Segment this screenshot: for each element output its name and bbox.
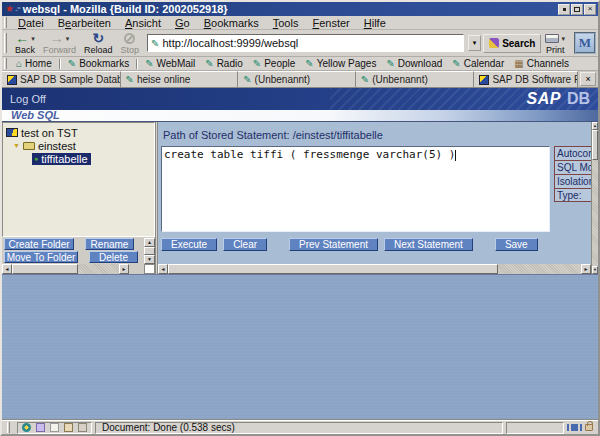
- menu-ansicht[interactable]: Ansicht: [118, 17, 168, 29]
- tree-folder-node[interactable]: ▼ einstest: [6, 139, 154, 152]
- bookmark-label: People: [264, 58, 295, 69]
- scroll-left-icon[interactable]: ◄: [2, 264, 12, 274]
- back-dropdown-icon[interactable]: ▾: [31, 35, 35, 43]
- page-vertical-scrollbar[interactable]: ▲ ▼: [591, 122, 598, 274]
- scrollbar-track[interactable]: [168, 264, 581, 274]
- create-folder-button[interactable]: Create Folder: [4, 238, 74, 250]
- tab-heise-online[interactable]: ✎heise online: [121, 71, 239, 87]
- tree-horizontal-scrollbar[interactable]: ◄ ►: [2, 264, 155, 274]
- scrollbar-thumb[interactable]: [592, 130, 598, 160]
- tab-sapdb-software-packages[interactable]: SAP DB Software Packages: [474, 71, 578, 87]
- bookmark-home[interactable]: ⌂Home: [11, 58, 57, 69]
- scroll-right-icon[interactable]: ►: [581, 264, 591, 274]
- bookmark-label: Radio: [217, 58, 243, 69]
- menu-fenster[interactable]: Fenster: [305, 17, 356, 29]
- menu-tools[interactable]: Tools: [266, 17, 306, 29]
- menu-label: B: [204, 17, 211, 29]
- url-input[interactable]: http://localhost:9999/websql: [162, 37, 463, 49]
- tab-unbenannt-2[interactable]: ✎(Unbenannt): [356, 71, 475, 87]
- back-button[interactable]: ←▾ Back: [11, 31, 39, 56]
- scrollbar-track[interactable]: [12, 264, 119, 274]
- menu-datei[interactable]: Datei: [11, 17, 51, 29]
- close-tab-button[interactable]: ×: [580, 72, 596, 86]
- url-dropdown-button[interactable]: ▾: [468, 35, 481, 51]
- close-button[interactable]: ×: [584, 4, 596, 15]
- scroll-right-icon[interactable]: ►: [119, 264, 129, 274]
- tree-actions: Create Folder Rename Move To Folder Dele…: [2, 237, 155, 264]
- bookmark-yellow-pages[interactable]: ✎Yellow Pages: [300, 58, 381, 69]
- bookmark-radio[interactable]: ✎Radio: [200, 58, 248, 69]
- log-off-link[interactable]: Log Off: [10, 93, 46, 105]
- toolbar-grip[interactable]: [4, 17, 7, 27]
- address-book-icon[interactable]: [64, 423, 73, 432]
- title-bar[interactable]: ★ ‑⁼ websql - Mozilla {Build ID: 2002052…: [2, 2, 598, 16]
- folder-icon: [23, 142, 35, 150]
- mail-icon[interactable]: [36, 423, 45, 432]
- bookmarks-icon: ✎: [68, 59, 76, 69]
- mozilla-throbber-icon[interactable]: M: [574, 32, 596, 54]
- maximize-button[interactable]: [571, 4, 583, 15]
- print-button[interactable]: ▾ Print: [541, 31, 569, 56]
- menu-bookmarks[interactable]: Bookmarks: [197, 17, 266, 29]
- toolbar-grip[interactable]: [4, 33, 7, 54]
- tab-label: heise online: [137, 74, 190, 85]
- sapdb-logo: SAP DB: [526, 90, 590, 108]
- url-bar[interactable]: ✎ http://localhost:9999/websql: [147, 34, 464, 52]
- scroll-down-icon[interactable]: ▼: [144, 255, 155, 264]
- execute-button[interactable]: Execute: [161, 238, 217, 251]
- scrollbar-thumb[interactable]: [12, 264, 78, 274]
- tree-root-node[interactable]: test on TST: [6, 126, 154, 139]
- autocommit-option[interactable]: Autocomm: [554, 146, 591, 160]
- save-button[interactable]: Save: [495, 238, 538, 251]
- security-lock-icon[interactable]: [585, 424, 593, 431]
- clear-button[interactable]: Clear: [223, 238, 267, 251]
- scrollbar-track[interactable]: [592, 130, 598, 266]
- menu-label: ilfe: [372, 17, 386, 29]
- statusbar-grip[interactable]: [7, 422, 10, 432]
- prev-statement-button[interactable]: Prev Statement: [289, 238, 378, 251]
- selected-tree-item[interactable]: ● tiffitabelle: [32, 153, 91, 165]
- tree-leaf-node[interactable]: ● tiffitabelle: [6, 152, 154, 165]
- toolbar-grip[interactable]: [4, 58, 7, 68]
- scroll-up-icon[interactable]: ▲: [144, 238, 155, 247]
- tab-unbenannt-1[interactable]: ✎(Unbenannt): [238, 71, 356, 87]
- menu-bearbeiten[interactable]: Bearbeiten: [51, 17, 118, 29]
- sql-statement-textarea[interactable]: create table tiffi ( fressmenge varchar(…: [161, 146, 550, 232]
- window-menu-icon[interactable]: ★: [5, 4, 14, 14]
- delete-button[interactable]: Delete: [89, 251, 138, 263]
- composer-icon[interactable]: [50, 423, 59, 432]
- scrollbar-track[interactable]: [144, 247, 155, 255]
- print-dropdown-icon[interactable]: ▾: [561, 35, 565, 43]
- bookmark-channels[interactable]: ▦Channels: [509, 58, 574, 69]
- bookmark-bookmarks[interactable]: ✎Bookmarks: [63, 58, 134, 69]
- bookmark-manager-icon[interactable]: [78, 423, 87, 432]
- move-to-folder-button[interactable]: Move To Folder: [4, 251, 78, 263]
- bookmark-people[interactable]: ✎People: [248, 58, 301, 69]
- scrollbar-thumb[interactable]: [168, 264, 498, 274]
- reload-button[interactable]: ↻ Reload: [80, 31, 117, 56]
- scrollbar-thumb[interactable]: [144, 247, 155, 255]
- tab-sapdb-sample-database[interactable]: SAP DB Sample Database (..: [2, 71, 121, 87]
- rename-button[interactable]: Rename: [85, 238, 134, 250]
- menu-label: atei: [26, 17, 44, 29]
- menu-go[interactable]: Go: [168, 17, 197, 29]
- navigator-icon[interactable]: [22, 423, 31, 432]
- expander-icon[interactable]: ▼: [13, 142, 20, 149]
- scroll-left-icon[interactable]: ◄: [158, 264, 168, 274]
- next-statement-button[interactable]: Next Statement: [384, 238, 473, 251]
- bookmark-webmail[interactable]: ✎WebMail: [140, 58, 200, 69]
- tree-vertical-scrollbar[interactable]: ▲ ▼: [144, 238, 155, 264]
- menu-hilfe[interactable]: Hilfe: [357, 17, 393, 29]
- minimize-button[interactable]: [558, 4, 570, 15]
- bookmark-download[interactable]: ✎Download: [381, 58, 447, 69]
- sql-horizontal-scrollbar[interactable]: ◄ ►: [158, 264, 591, 274]
- search-button[interactable]: Search: [483, 34, 541, 53]
- bookmark-calendar[interactable]: ✎Calendar: [447, 58, 509, 69]
- sql-mode-option[interactable]: SQL Mode: [554, 160, 591, 174]
- isolation-level-option[interactable]: Isolationle: [554, 174, 591, 188]
- reload-label: Reload: [84, 46, 113, 55]
- window-shade-icon[interactable]: ‑⁼: [15, 5, 20, 14]
- scroll-up-icon[interactable]: ▲: [592, 122, 598, 130]
- scroll-down-icon[interactable]: ▼: [592, 266, 598, 274]
- online-status-icon[interactable]: [567, 424, 582, 431]
